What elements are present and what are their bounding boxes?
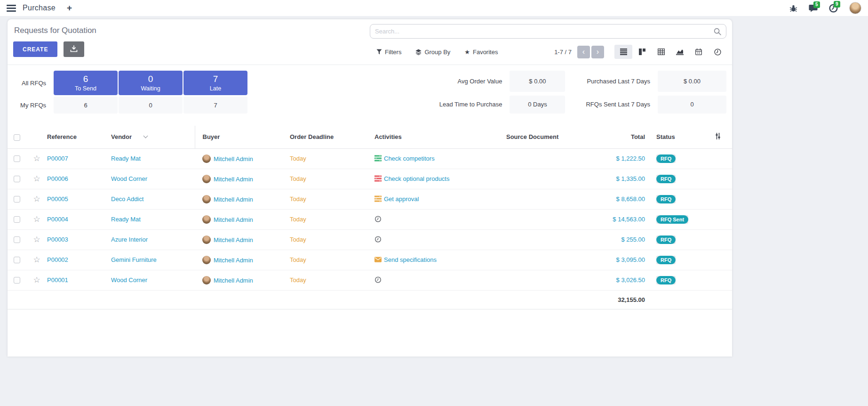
row-checkbox[interactable]	[14, 277, 20, 284]
table-row[interactable]: ☆ P00005 Deco Addict Mitchell Admin Toda…	[8, 189, 732, 209]
activity-clock-icon[interactable]	[374, 216, 382, 222]
vendor-link[interactable]: Wood Corner	[111, 175, 147, 182]
activity-label[interactable]: Get approval	[384, 195, 419, 203]
row-checkbox[interactable]	[14, 196, 20, 203]
to-send-label: To Send	[75, 85, 96, 92]
vendor-link[interactable]: Azure Interior	[111, 236, 148, 243]
apps-menu-icon[interactable]	[7, 5, 16, 12]
view-pivot-button[interactable]	[652, 45, 670, 59]
row-checkbox[interactable]	[14, 155, 20, 162]
favorite-star-icon[interactable]: ☆	[33, 276, 40, 284]
favorite-star-icon[interactable]: ☆	[33, 235, 40, 244]
waiting-label: Waiting	[141, 85, 160, 92]
my-waiting-tile[interactable]: 0	[119, 97, 183, 114]
row-checkbox[interactable]	[14, 257, 20, 263]
activity-envelope-icon[interactable]	[374, 256, 382, 263]
total-amount: $ 1,222.50	[593, 148, 650, 169]
activity-type-icon[interactable]	[374, 175, 382, 182]
new-tab-icon[interactable]: +	[67, 3, 72, 13]
activity-label[interactable]: Send specifications	[384, 256, 437, 263]
row-checkbox[interactable]	[14, 176, 20, 182]
col-source-document[interactable]: Source Document	[506, 126, 593, 148]
create-button[interactable]: CREATE	[13, 41, 57, 57]
col-activities[interactable]: Activities	[374, 126, 506, 148]
my-to-send-tile[interactable]: 6	[54, 97, 118, 114]
view-calendar-button[interactable]	[690, 45, 708, 59]
vendor-link[interactable]: Ready Mat	[111, 155, 141, 162]
vendor-link[interactable]: Gemini Furniture	[111, 256, 157, 263]
user-avatar[interactable]	[849, 2, 861, 14]
reference-link[interactable]: P00003	[47, 236, 68, 243]
col-status[interactable]: Status	[650, 126, 704, 148]
favorite-star-icon[interactable]: ☆	[33, 174, 40, 183]
order-deadline: Today	[290, 189, 374, 209]
buyer-link[interactable]: Mitchell Admin	[214, 236, 253, 244]
app-name[interactable]: Purchase	[23, 4, 56, 12]
reference-link[interactable]: P00002	[47, 256, 68, 263]
group-by-button[interactable]: Group By	[415, 49, 450, 56]
debug-bug-icon[interactable]	[789, 4, 797, 12]
activity-clock-icon[interactable]	[374, 236, 382, 243]
buyer-link[interactable]: Mitchell Admin	[214, 277, 253, 284]
tile-to-send[interactable]: 6 To Send	[54, 71, 118, 95]
reference-link[interactable]: P00005	[47, 195, 68, 203]
favorite-star-icon[interactable]: ☆	[33, 195, 40, 203]
activity-label[interactable]: Check optional products	[384, 175, 449, 182]
table-row[interactable]: ☆ P00001 Wood Corner Mitchell Admin Toda…	[8, 270, 732, 290]
activities-clock-icon[interactable]: 9	[829, 4, 838, 13]
pager-next-button[interactable]: ›	[591, 46, 604, 58]
buyer-link[interactable]: Mitchell Admin	[214, 216, 253, 223]
search-input[interactable]	[375, 28, 714, 35]
filters-button[interactable]: Filters	[376, 49, 401, 56]
vendor-link[interactable]: Deco Addict	[111, 195, 143, 203]
search-icon[interactable]	[714, 28, 721, 35]
reference-link[interactable]: P00004	[47, 216, 68, 223]
favorite-star-icon[interactable]: ☆	[33, 215, 40, 224]
table-row[interactable]: ☆ P00003 Azure Interior Mitchell Admin T…	[8, 229, 732, 250]
favorite-star-icon[interactable]: ☆	[33, 255, 40, 264]
pager-previous-button[interactable]: ‹	[577, 46, 590, 58]
view-list-button[interactable]	[614, 45, 632, 59]
row-checkbox[interactable]	[14, 236, 20, 243]
activity-clock-icon[interactable]	[374, 276, 382, 283]
buyer-link[interactable]: Mitchell Admin	[214, 196, 253, 203]
buyer-link[interactable]: Mitchell Admin	[214, 155, 253, 162]
tile-waiting[interactable]: 0 Waiting	[119, 71, 183, 95]
buyer-link[interactable]: Mitchell Admin	[214, 176, 253, 183]
select-all-checkbox[interactable]	[14, 134, 20, 141]
col-reference[interactable]: Reference	[47, 126, 111, 148]
table-row[interactable]: ☆ P00006 Wood Corner Mitchell Admin Toda…	[8, 169, 732, 189]
favorites-button[interactable]: ★ Favorites	[464, 49, 498, 56]
table-row[interactable]: ☆ P00004 Ready Mat Mitchell Admin Today …	[8, 209, 732, 229]
view-graph-button[interactable]	[671, 45, 689, 59]
view-kanban-button[interactable]	[633, 45, 651, 59]
table-row[interactable]: ☆ P00002 Gemini Furniture Mitchell Admin…	[8, 250, 732, 270]
reference-link[interactable]: P00006	[47, 175, 68, 182]
activity-label[interactable]: Check competitors	[384, 155, 435, 162]
col-buyer[interactable]: Buyer	[195, 126, 290, 148]
activity-type-icon[interactable]	[374, 155, 382, 162]
col-total[interactable]: Total	[593, 126, 650, 148]
star-icon: ★	[464, 49, 470, 56]
reference-link[interactable]: P00001	[47, 276, 68, 284]
col-vendor[interactable]: Vendor	[111, 126, 195, 148]
export-button[interactable]	[64, 41, 84, 57]
vendor-link[interactable]: Wood Corner	[111, 276, 147, 284]
vendor-link[interactable]: Ready Mat	[111, 216, 141, 223]
view-activity-button[interactable]	[709, 45, 726, 59]
activity-type-icon[interactable]	[374, 195, 382, 202]
optional-columns-button[interactable]	[704, 126, 732, 148]
col-order-deadline[interactable]: Order Deadline	[290, 126, 374, 148]
messages-icon[interactable]: 5	[809, 4, 818, 12]
reference-link[interactable]: P00007	[47, 155, 68, 162]
my-late-tile[interactable]: 7	[183, 97, 247, 114]
buyer-avatar	[202, 195, 211, 203]
buyer-link[interactable]: Mitchell Admin	[214, 257, 253, 264]
search-bar[interactable]	[370, 24, 726, 39]
buyer-avatar	[202, 235, 211, 244]
favorite-star-icon[interactable]: ☆	[33, 154, 40, 163]
row-checkbox[interactable]	[14, 216, 20, 223]
page-title: Requests for Quotation	[14, 26, 96, 35]
table-row[interactable]: ☆ P00007 Ready Mat Mitchell Admin Today …	[8, 148, 732, 169]
tile-late[interactable]: 7 Late	[183, 71, 247, 95]
